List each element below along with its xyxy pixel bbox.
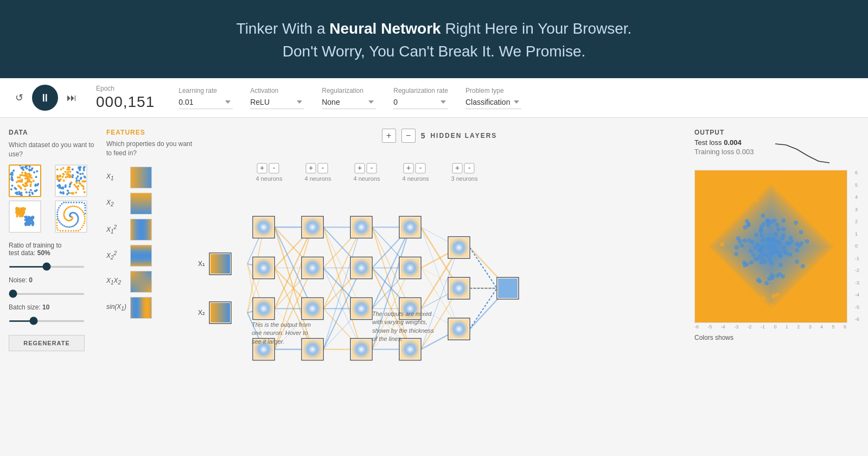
activation-select[interactable]: ReLUTanhSigmoidLinear (250, 96, 304, 109)
dataset-xor[interactable] (55, 164, 87, 197)
output-panel: OUTPUT Test loss 0.004 Training loss 0.0… (686, 129, 859, 433)
feature-x1-thumb[interactable] (130, 167, 152, 188)
feature-x1-label: X1 (106, 173, 126, 181)
dataset-circle[interactable] (9, 164, 41, 197)
svg-text:X₂: X₂ (198, 309, 205, 316)
main-content: DATA Which dataset do you want to use? R… (0, 118, 868, 444)
feature-sinx1-thumb[interactable] (130, 297, 152, 319)
data-panel-subtitle: Which dataset do you want to use? (9, 141, 98, 159)
svg-text:4 neurons: 4 neurons (354, 175, 380, 182)
svg-text:+: + (260, 163, 264, 172)
problem-type-select[interactable]: ClassificationRegression (465, 96, 521, 109)
svg-text:X₁: X₁ (198, 260, 205, 268)
svg-text:-: - (468, 163, 471, 172)
network-svg-container: +-4 neurons+-4 neurons+-4 neurons+-4 neu… (193, 147, 686, 408)
svg-rect-77 (254, 218, 273, 237)
svg-rect-92 (303, 258, 322, 278)
svg-rect-109 (352, 340, 371, 359)
ratio-slider[interactable] (9, 266, 85, 268)
reg-rate-label: Regularization rate (393, 87, 448, 94)
ratio-group: Ratio of training totest data: 50% (9, 242, 98, 270)
svg-text:+: + (358, 163, 362, 172)
problem-type-label: Problem type (465, 87, 521, 94)
regenerate-button[interactable]: REGENERATE (9, 335, 85, 351)
dataset-gaussian[interactable] (9, 200, 41, 233)
svg-line-144 (470, 288, 497, 329)
dataset-grid (9, 164, 98, 233)
network-svg: +-4 neurons+-4 neurons+-4 neurons+-4 neu… (193, 147, 529, 408)
remove-layer-button[interactable]: − (401, 129, 416, 143)
page-header: Tinker With a Neural Network Right Here … (0, 0, 868, 78)
svg-rect-79 (254, 258, 273, 278)
svg-rect-129 (449, 238, 469, 257)
output-map-container: 6543210-1-2-3-4-5-6 -6-5-4-3-2-10123456 (694, 170, 847, 330)
hidden-layers-label: HIDDEN LAYERS (430, 132, 497, 140)
svg-rect-94 (303, 299, 322, 319)
svg-rect-141 (498, 278, 518, 298)
output-title: OUTPUT (694, 129, 859, 136)
batch-label: Batch size: 10 (9, 303, 98, 311)
problem-type-group: Problem type ClassificationRegression (465, 87, 521, 109)
svg-text:4 neurons: 4 neurons (403, 175, 429, 182)
reset-button[interactable]: ↺ (13, 90, 25, 106)
svg-rect-105 (352, 258, 371, 278)
svg-text:+: + (455, 163, 459, 172)
data-panel: DATA Which dataset do you want to use? R… (9, 129, 106, 433)
ratio-label: Ratio of training totest data: 50% (9, 242, 98, 257)
svg-rect-138 (210, 303, 230, 322)
feature-x1sq-label: X12 (106, 224, 126, 235)
svg-rect-131 (449, 278, 469, 298)
reg-rate-group: Regularization rate 00.0010.010.11 (393, 87, 448, 109)
svg-text:-: - (371, 163, 373, 172)
svg-rect-107 (352, 299, 371, 319)
feature-x2-thumb[interactable] (130, 193, 152, 214)
svg-text:3 neurons: 3 neurons (451, 175, 478, 182)
pause-button[interactable]: ⏸ (32, 85, 58, 111)
layers-count: 5 (421, 131, 425, 140)
noise-slider[interactable] (9, 293, 85, 295)
toolbar: ↺ ⏸ ⏭ Epoch 000,151 Learning rate 0.010.… (0, 78, 868, 118)
header-title: Tinker With a Neural Network Right Here … (11, 17, 857, 63)
output-canvas[interactable] (694, 170, 847, 323)
svg-rect-135 (210, 254, 230, 274)
feature-x1x2: X1X2 (106, 271, 193, 293)
dataset-spiral[interactable] (55, 200, 87, 233)
learning-rate-select[interactable]: 0.010.0010.00010.1 (178, 96, 233, 109)
feature-x1x2-thumb[interactable] (130, 271, 152, 293)
x-axis: -6-5-4-3-2-10123456 (694, 324, 846, 330)
feature-x1x2-label: X1X2 (106, 277, 126, 286)
noise-label: Noise: 0 (9, 276, 98, 284)
regularization-group: Regularization NoneL1L2 (322, 87, 376, 109)
feature-sinx1: sin(X1) (106, 297, 193, 319)
feature-x2-label: X2 (106, 199, 126, 207)
activation-group: Activation ReLUTanhSigmoidLinear (250, 87, 304, 109)
learning-rate-group: Learning rate 0.010.0010.00010.1 (178, 87, 233, 109)
feature-x1: X1 (106, 167, 193, 188)
batch-slider[interactable] (9, 320, 85, 322)
reg-rate-select[interactable]: 00.0010.010.11 (393, 96, 448, 109)
epoch-value: 000,151 (96, 93, 155, 111)
svg-text:-: - (419, 163, 422, 172)
add-layer-button[interactable]: + (382, 129, 396, 143)
svg-rect-90 (303, 218, 322, 237)
batch-group: Batch size: 10 (9, 303, 98, 324)
loss-chart (775, 138, 829, 166)
svg-text:4 neurons: 4 neurons (256, 175, 283, 182)
test-loss: Test loss 0.004 (694, 138, 754, 147)
feature-sinx1-label: sin(X1) (106, 303, 126, 312)
y-axis: 6543210-1-2-3-4-5-6 (855, 170, 859, 322)
feature-list: X1 X2 X12 X22 (106, 167, 193, 319)
data-panel-title: DATA (9, 129, 98, 136)
feature-x1sq-thumb[interactable] (130, 219, 152, 240)
feature-x2: X2 (106, 193, 193, 214)
step-button[interactable]: ⏭ (65, 90, 79, 106)
train-loss: Training loss 0.003 (694, 148, 754, 156)
colors-shows-label: Colors shows (694, 334, 859, 341)
svg-text:4 neurons: 4 neurons (305, 175, 331, 182)
svg-rect-81 (254, 299, 273, 319)
svg-text:+: + (406, 163, 411, 172)
regularization-select[interactable]: NoneL1L2 (322, 96, 376, 109)
features-title: FEATURES (106, 129, 193, 136)
svg-text:-: - (322, 163, 324, 172)
feature-x2sq-thumb[interactable] (130, 245, 152, 267)
